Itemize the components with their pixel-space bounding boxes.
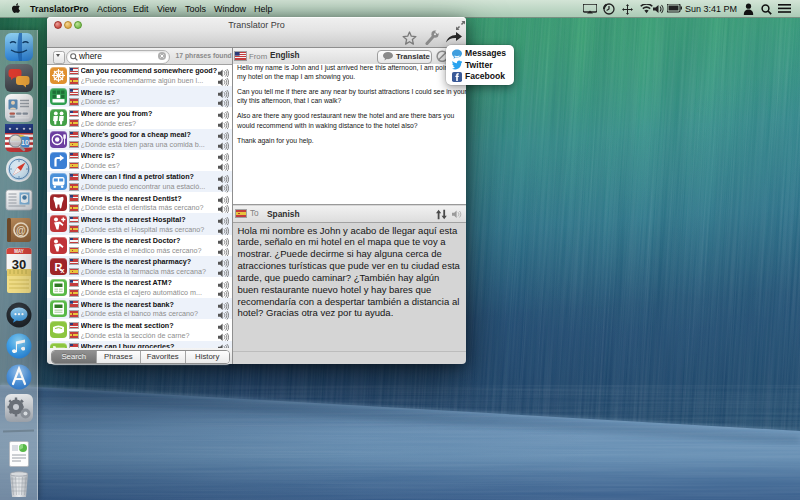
svg-text:x: x <box>60 267 64 274</box>
svg-text:@: @ <box>16 225 26 236</box>
svg-text:MAY: MAY <box>14 249 24 254</box>
svg-text:10: 10 <box>21 139 29 146</box>
